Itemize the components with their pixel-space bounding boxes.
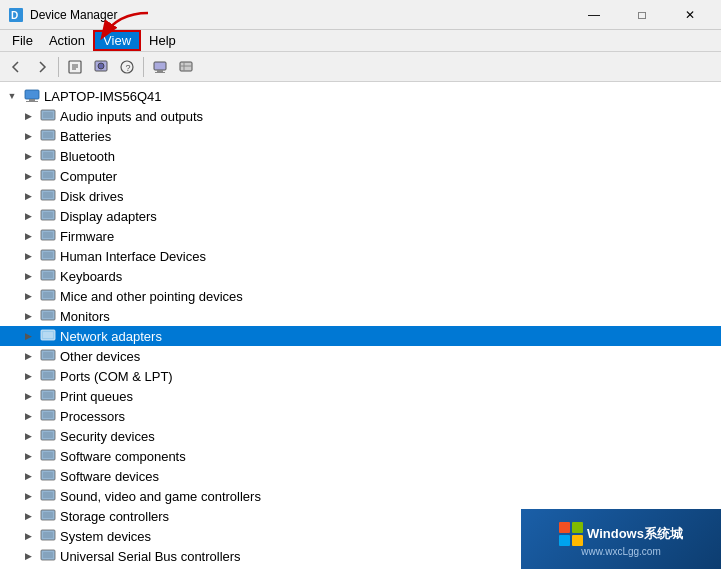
softwarecomponents-expand-icon[interactable]: ▶ <box>20 448 36 464</box>
svg-rect-56 <box>43 472 53 478</box>
forward-button[interactable] <box>30 55 54 79</box>
mice-expand-icon[interactable]: ▶ <box>20 288 36 304</box>
diskdrives-expand-icon[interactable]: ▶ <box>20 188 36 204</box>
tree-item-diskdrives[interactable]: ▶ Disk drives <box>0 186 721 206</box>
usb-label: Universal Serial Bus controllers <box>60 549 241 564</box>
firmware-label: Firmware <box>60 229 114 244</box>
audio-label: Audio inputs and outputs <box>60 109 203 124</box>
back-button[interactable] <box>4 55 28 79</box>
otherdevices-expand-icon[interactable]: ▶ <box>20 348 36 364</box>
svg-rect-30 <box>43 212 53 218</box>
security-icon <box>40 428 56 444</box>
tree-item-mice[interactable]: ▶ Mice and other pointing devices <box>0 286 721 306</box>
svg-rect-44 <box>43 352 53 358</box>
hid-label: Human Interface Devices <box>60 249 206 264</box>
svg-rect-48 <box>43 392 53 398</box>
svg-rect-17 <box>29 99 35 101</box>
menu-file[interactable]: File <box>4 30 41 51</box>
tree-item-audio[interactable]: ▶ Audio inputs and outputs <box>0 106 721 126</box>
audio-expand-icon[interactable]: ▶ <box>20 108 36 124</box>
computer-button[interactable] <box>148 55 172 79</box>
system-label: System devices <box>60 529 151 544</box>
tree-item-security[interactable]: ▶ Security devices <box>0 426 721 446</box>
svg-text:?: ? <box>126 63 131 73</box>
keyboards-expand-icon[interactable]: ▶ <box>20 268 36 284</box>
tree-item-displayadapters[interactable]: ▶ Display adapters <box>0 206 721 226</box>
svg-rect-62 <box>43 532 53 538</box>
tree-item-printqueues[interactable]: ▶ Print queues <box>0 386 721 406</box>
watermark: Windows系统城 www.wxcLgg.com <box>521 509 721 569</box>
help-button[interactable]: ? <box>115 55 139 79</box>
tree-item-monitors[interactable]: ▶ Monitors <box>0 306 721 326</box>
watermark-text: Windows系统城 <box>587 525 683 543</box>
diskdrives-label: Disk drives <box>60 189 124 204</box>
security-expand-icon[interactable]: ▶ <box>20 428 36 444</box>
root-expand-icon[interactable]: ▼ <box>4 88 20 104</box>
softwaredevices-expand-icon[interactable]: ▶ <box>20 468 36 484</box>
menu-action[interactable]: Action <box>41 30 93 51</box>
toolbar: ? <box>0 52 721 82</box>
other-icon <box>40 348 56 364</box>
window-title: Device Manager <box>30 8 571 22</box>
tree-item-hid[interactable]: ▶ Human Interface Devices <box>0 246 721 266</box>
svg-rect-40 <box>43 312 53 318</box>
tree-root[interactable]: ▼ LAPTOP-IMS56Q41 <box>0 86 721 106</box>
watermark-logo: Windows系统城 <box>559 522 683 546</box>
monitors-expand-icon[interactable]: ▶ <box>20 308 36 324</box>
tree-item-sound[interactable]: ▶ Sound, video and game controllers <box>0 486 721 506</box>
mouse-icon <box>40 288 56 304</box>
printqueues-expand-icon[interactable]: ▶ <box>20 388 36 404</box>
svg-rect-24 <box>43 152 53 158</box>
system-expand-icon[interactable]: ▶ <box>20 528 36 544</box>
properties-button[interactable] <box>63 55 87 79</box>
hid-icon <box>40 248 56 264</box>
storage-expand-icon[interactable]: ▶ <box>20 508 36 524</box>
menu-help[interactable]: Help <box>141 30 184 51</box>
update-driver-button[interactable] <box>89 55 113 79</box>
softwaredevices-label: Software devices <box>60 469 159 484</box>
svg-rect-18 <box>26 101 38 102</box>
printqueues-label: Print queues <box>60 389 133 404</box>
sound-expand-icon[interactable]: ▶ <box>20 488 36 504</box>
computer-expand-icon[interactable]: ▶ <box>20 168 36 184</box>
device-tree[interactable]: ▼ LAPTOP-IMS56Q41 ▶ Audio inputs and out… <box>0 82 721 569</box>
tree-item-batteries[interactable]: ▶ Batteries <box>0 126 721 146</box>
otherdevices-label: Other devices <box>60 349 140 364</box>
tree-item-keyboards[interactable]: ▶ Keyboards <box>0 266 721 286</box>
maximize-button[interactable]: □ <box>619 0 665 30</box>
tree-item-softwaredevices[interactable]: ▶ Software devices <box>0 466 721 486</box>
svg-rect-20 <box>43 112 53 118</box>
toolbar-separator-2 <box>143 57 144 77</box>
usb-expand-icon[interactable]: ▶ <box>20 548 36 564</box>
minimize-button[interactable]: — <box>571 0 617 30</box>
displayadapters-label: Display adapters <box>60 209 157 224</box>
tree-item-networkadapters[interactable]: ▶ Network adapters <box>0 326 721 346</box>
bluetooth-expand-icon[interactable]: ▶ <box>20 148 36 164</box>
tree-item-ports[interactable]: ▶ Ports (COM & LPT) <box>0 366 721 386</box>
show-hidden-button[interactable] <box>174 55 198 79</box>
monitor-icon <box>40 308 56 324</box>
networkadapters-label: Network adapters <box>60 329 162 344</box>
menu-view[interactable]: View <box>93 30 141 51</box>
bluetooth-icon <box>40 148 56 164</box>
svg-rect-46 <box>43 372 53 378</box>
tree-item-processors[interactable]: ▶ Processors <box>0 406 721 426</box>
computer-icon <box>40 168 56 184</box>
batteries-label: Batteries <box>60 129 111 144</box>
tree-item-firmware[interactable]: ▶ Firmware <box>0 226 721 246</box>
tree-item-otherdevices[interactable]: ▶ Other devices <box>0 346 721 366</box>
ports-expand-icon[interactable]: ▶ <box>20 368 36 384</box>
processors-expand-icon[interactable]: ▶ <box>20 408 36 424</box>
svg-rect-22 <box>43 132 53 138</box>
tree-item-bluetooth[interactable]: ▶ Bluetooth <box>0 146 721 166</box>
hid-expand-icon[interactable]: ▶ <box>20 248 36 264</box>
displayadapters-expand-icon[interactable]: ▶ <box>20 208 36 224</box>
tree-item-softwarecomponents[interactable]: ▶ Software components <box>0 446 721 466</box>
tree-item-computer[interactable]: ▶ Computer <box>0 166 721 186</box>
close-button[interactable]: ✕ <box>667 0 713 30</box>
svg-text:D: D <box>11 10 18 21</box>
firmware-expand-icon[interactable]: ▶ <box>20 228 36 244</box>
menu-bar: File Action View Help <box>0 30 721 52</box>
networkadapters-expand-icon[interactable]: ▶ <box>20 328 36 344</box>
batteries-expand-icon[interactable]: ▶ <box>20 128 36 144</box>
